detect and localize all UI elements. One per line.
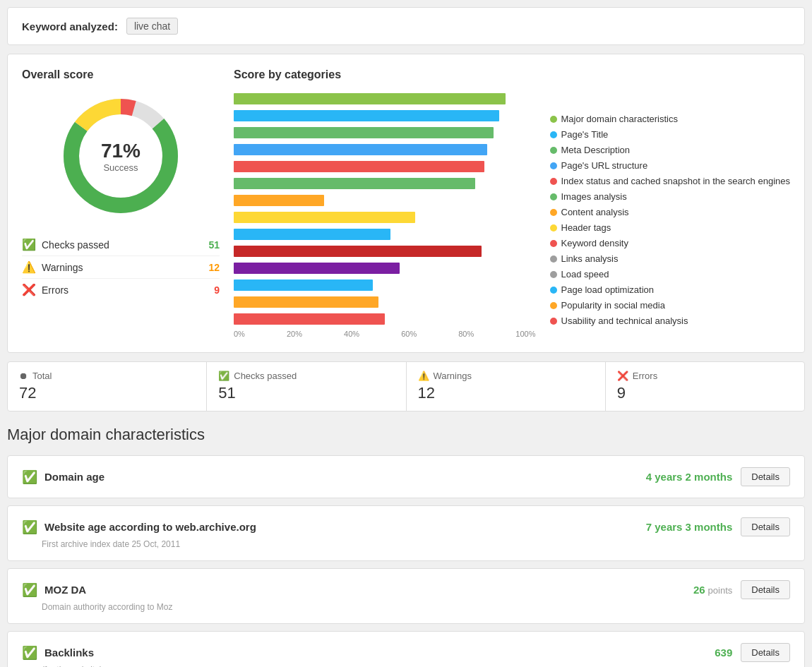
legend-item: Popularity in social media <box>550 300 791 311</box>
legend-label: Images analysis <box>561 191 627 202</box>
legend-label: Page load optimization <box>561 284 655 295</box>
legend-label: Page's Title <box>561 129 609 140</box>
bar-row <box>234 143 536 156</box>
legend-label: Keyword density <box>561 238 628 248</box>
domain-value: 26 <box>693 584 705 596</box>
bar-fill <box>234 144 487 155</box>
domain-item-left: ✅ Domain age <box>22 469 105 485</box>
bar-row <box>234 296 536 308</box>
stat-errors-value: 9 <box>617 384 793 402</box>
legend-item: Page load optimization <box>550 284 791 295</box>
legend-item: Meta Description <box>550 145 791 155</box>
details-button[interactable]: Details <box>741 580 790 599</box>
legend-label: Major domain characteristics <box>561 114 678 124</box>
bar-row <box>234 245 536 258</box>
stat-errors: ❌ Errors 9 <box>606 362 804 411</box>
legend: Major domain characteristicsPage's Title… <box>550 92 791 338</box>
domain-item-left: ✅ Backlinks <box>22 645 94 661</box>
legend-dot <box>550 271 557 278</box>
total-icon: ⏺ <box>19 371 28 381</box>
legend-item: Images analysis <box>550 191 791 202</box>
domain-check-icon: ✅ <box>22 469 37 485</box>
domain-item-title: MOZ DA <box>44 584 86 596</box>
legend-dot <box>550 209 557 216</box>
details-button[interactable]: Details <box>741 643 790 662</box>
legend-dot <box>550 287 557 294</box>
legend-label: Content analysis <box>561 207 629 217</box>
stat-checks-value: 51 <box>218 384 394 402</box>
legend-item: Keyword density <box>550 238 791 248</box>
checks-list: ✅ Checks passed 51 ⚠️ Warnings 12 ❌ Erro <box>22 234 220 301</box>
donut-chart: 71% Success <box>57 92 184 220</box>
bar-row <box>234 92 536 105</box>
stat-errors-label: Errors <box>633 371 657 381</box>
legend-item: Load speed <box>550 269 791 280</box>
details-button[interactable]: Details <box>741 517 790 536</box>
bar-fill <box>234 263 400 274</box>
legend-dot <box>550 224 557 232</box>
domain-section-title: Major domain characteristics <box>7 426 805 444</box>
legend-dot <box>550 240 557 247</box>
legend-label: Page's URL structure <box>561 160 648 171</box>
categories-title: Score by categories <box>234 68 790 81</box>
total-value: 72 <box>19 384 195 402</box>
stat-warnings: ⚠️ Warnings 12 <box>407 362 606 411</box>
legend-item: Usability and technical analysis <box>550 316 791 326</box>
domain-value: 639 <box>715 647 732 659</box>
bar-fill <box>234 127 494 138</box>
bar-fill <box>234 178 475 189</box>
legend-label: Load speed <box>561 269 609 280</box>
domain-value: 4 years 2 months <box>646 471 733 483</box>
warnings-row: ⚠️ Warnings 12 <box>22 256 220 279</box>
bars-container: 0% 20% 40% 60% 80% 100% <box>234 92 536 338</box>
domain-item: ✅ MOZ DA 26 points Details Domain author… <box>7 568 805 624</box>
domain-item-right: 4 years 2 months Details <box>646 467 790 486</box>
bar-row <box>234 262 536 275</box>
domain-check-icon: ✅ <box>22 645 37 661</box>
stat-checks-label: Checks passed <box>234 371 297 381</box>
bar-row <box>234 313 536 325</box>
overall-score-section: Overall score 71% Success <box>22 68 220 338</box>
errors-row: ❌ Errors 9 <box>22 279 220 301</box>
bar-fill <box>234 212 415 223</box>
errors-icon: ❌ <box>22 283 36 296</box>
domain-item-top: ✅ Domain age 4 years 2 months Details <box>22 467 790 486</box>
check-passed-icon: ✅ <box>22 238 36 251</box>
domain-item-top: ✅ Website age according to web.archive.o… <box>22 517 790 536</box>
bar-fill <box>234 280 373 291</box>
domain-subtitle: First archive index date 25 Oct, 2011 <box>22 539 790 549</box>
bar-fill <box>234 246 482 257</box>
stat-checks-icon: ✅ <box>218 371 229 381</box>
bar-fill <box>234 93 506 104</box>
domain-item-title: Backlinks <box>44 647 94 659</box>
overall-score-title: Overall score <box>22 68 220 81</box>
donut-label: Success <box>101 162 141 173</box>
domain-item-right: 639 Details <box>715 643 790 662</box>
warnings-label: Warnings <box>42 262 83 273</box>
domain-item: ✅ Website age according to web.archive.o… <box>7 505 805 561</box>
details-button[interactable]: Details <box>741 467 790 486</box>
legend-label: Meta Description <box>561 145 631 155</box>
legend-dot <box>550 193 557 200</box>
domain-value: 7 years 3 months <box>646 521 733 533</box>
legend-dot <box>550 116 557 123</box>
domain-item-top: ✅ MOZ DA 26 points Details <box>22 580 790 599</box>
bar-fill <box>234 313 385 325</box>
legend-item: Header tags <box>550 222 791 233</box>
bar-row <box>234 177 536 190</box>
bar-row <box>234 279 536 292</box>
checks-passed-count: 51 <box>208 239 220 251</box>
legend-dot <box>550 256 557 263</box>
legend-label: Header tags <box>561 222 611 233</box>
score-panel: Overall score 71% Success <box>7 54 805 353</box>
domain-check-icon: ✅ <box>22 582 37 598</box>
legend-label: Index status and cached snapshot in the … <box>561 176 791 186</box>
stat-warnings-label: Warnings <box>434 371 472 381</box>
legend-item: Major domain characteristics <box>550 114 791 124</box>
keyword-value: live chat <box>126 18 178 35</box>
bar-row <box>234 228 536 241</box>
stat-total: ⏺ Total 72 <box>8 362 207 411</box>
keyword-label: Keyword analyzed: <box>22 20 118 32</box>
categories-wrapper: 0% 20% 40% 60% 80% 100% Major domain cha… <box>234 92 790 338</box>
domain-item-value: 4 years 2 months <box>646 471 733 483</box>
